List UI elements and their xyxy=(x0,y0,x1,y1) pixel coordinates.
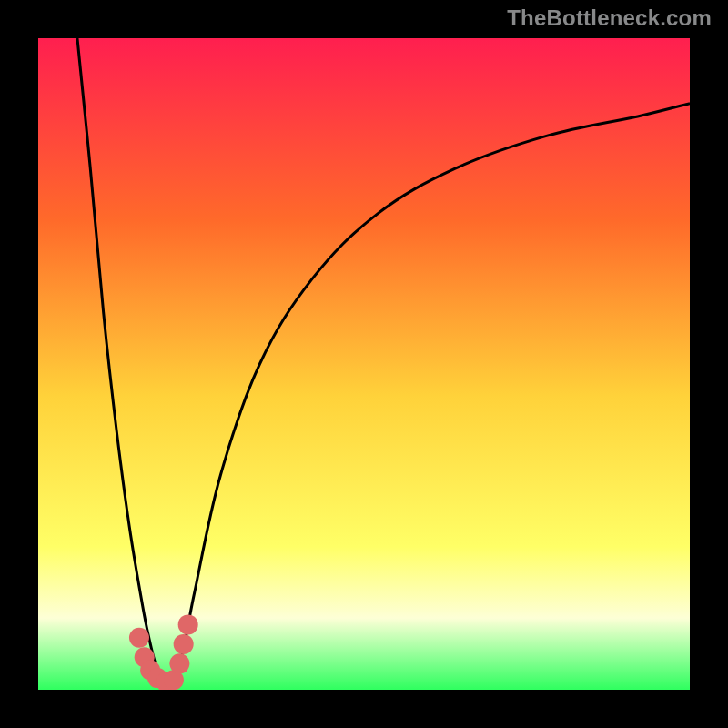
data-marker xyxy=(178,614,198,634)
data-marker xyxy=(169,653,189,673)
gradient-background xyxy=(38,38,690,690)
data-marker xyxy=(174,634,194,654)
data-marker xyxy=(129,628,149,648)
plot-area xyxy=(38,38,690,690)
watermark-text: TheBottleneck.com xyxy=(507,5,712,31)
chart-svg xyxy=(38,38,690,690)
chart-frame: TheBottleneck.com xyxy=(0,0,728,728)
